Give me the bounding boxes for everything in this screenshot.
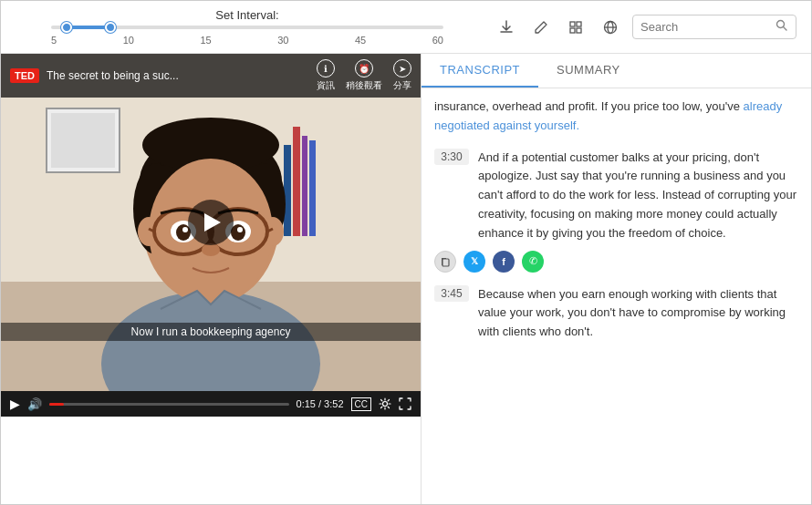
slider-thumb-right[interactable] xyxy=(105,22,116,33)
slider-mark-60: 60 xyxy=(432,35,443,46)
svg-rect-11 xyxy=(293,127,300,236)
main-content: TED The secret to being a suc... ℹ 資訊 ⏰ … xyxy=(1,54,811,504)
search-icon[interactable] xyxy=(776,19,788,35)
progress-bar[interactable] xyxy=(49,403,289,406)
svg-rect-13 xyxy=(309,140,316,236)
ctrl-icons-right: CC xyxy=(351,397,411,411)
transcript-panel: TRANSCRIPT SUMMARY insurance, overhead a… xyxy=(421,54,811,504)
slider-mark-15: 15 xyxy=(200,35,211,46)
slider-mark-45: 45 xyxy=(355,35,366,46)
svg-line-8 xyxy=(784,27,787,31)
svg-rect-16 xyxy=(51,113,115,168)
pencil-icon[interactable] xyxy=(528,15,554,40)
transcript-intro: insurance, overhead and profit. If you p… xyxy=(434,98,798,136)
top-bar: Set Interval: 5 10 15 30 45 60 xyxy=(1,1,811,54)
highlight-text-1: already negotiated against yourself. xyxy=(434,99,782,132)
entry-330-text: And if a potential customer balks at you… xyxy=(478,149,798,243)
timestamp-345[interactable]: 3:45 xyxy=(434,285,469,302)
transcript-entry-345: 3:45 Because when you earn enough workin… xyxy=(434,285,798,342)
entry-330-header: 3:30 And if a potential customer balks a… xyxy=(434,149,798,243)
slider-mark-5: 5 xyxy=(51,35,57,46)
twitter-icon[interactable]: 𝕏 xyxy=(463,251,485,273)
play-control[interactable]: ▶ xyxy=(10,397,20,411)
svg-rect-3 xyxy=(577,28,581,33)
timestamp-330[interactable]: 3:30 xyxy=(434,149,469,165)
slider-labels: 5 10 15 30 45 60 xyxy=(51,35,443,46)
settings-button[interactable] xyxy=(379,397,391,410)
slider-thumb-left[interactable] xyxy=(61,22,72,33)
video-header-icons: ℹ 資訊 ⏰ 稍後觀看 ➤ 分享 xyxy=(317,59,411,92)
tab-summary[interactable]: SUMMARY xyxy=(538,54,639,88)
globe-icon[interactable] xyxy=(598,15,623,40)
ted-logo: TED xyxy=(10,68,39,83)
entry-345-header: 3:45 Because when you earn enough workin… xyxy=(434,285,798,342)
video-header: TED The secret to being a suc... ℹ 資訊 ⏰ … xyxy=(1,54,421,98)
captions-button[interactable]: CC xyxy=(351,397,371,411)
video-controls: ▶ 🔊 0:15 / 3:52 CC xyxy=(1,391,421,417)
time-display: 0:15 / 3:52 xyxy=(297,398,344,409)
play-triangle xyxy=(204,213,221,232)
svg-rect-12 xyxy=(302,136,307,236)
whatsapp-icon[interactable]: ✆ xyxy=(522,251,544,273)
svg-rect-40 xyxy=(442,259,449,266)
fullscreen-button[interactable] xyxy=(399,397,411,410)
share-icons-330: 𝕏 f ✆ xyxy=(434,251,798,273)
video-share-icon[interactable]: ➤ 分享 xyxy=(393,59,411,92)
entry-345-text: Because when you earn enough working wit… xyxy=(478,285,798,342)
svg-point-37 xyxy=(237,227,243,232)
svg-rect-1 xyxy=(577,22,581,26)
slider-mark-30: 30 xyxy=(277,35,288,46)
transcript-entry-330: 3:30 And if a potential customer balks a… xyxy=(434,149,798,273)
video-info-icon[interactable]: ℹ 資訊 xyxy=(317,59,335,92)
tab-transcript[interactable]: TRANSCRIPT xyxy=(422,54,538,88)
video-wrapper: TED The secret to being a suc... ℹ 資訊 ⏰ … xyxy=(1,54,421,391)
slider-mark-10: 10 xyxy=(123,35,134,46)
tabs-row: TRANSCRIPT SUMMARY xyxy=(422,54,811,88)
video-watchlater-icon[interactable]: ⏰ 稍後觀看 xyxy=(346,59,382,92)
progress-fill xyxy=(49,403,64,406)
svg-point-36 xyxy=(182,227,188,232)
svg-rect-14 xyxy=(284,145,291,236)
video-panel: TED The secret to being a suc... ℹ 資訊 ⏰ … xyxy=(1,54,421,504)
download-icon[interactable] xyxy=(494,15,519,40)
interval-section: Set Interval: 5 10 15 30 45 60 xyxy=(12,8,483,46)
search-box[interactable] xyxy=(632,15,796,39)
svg-rect-0 xyxy=(570,22,575,26)
subtitle-bar: Now I run a bookkeeping agency xyxy=(1,323,421,341)
video-title: The secret to being a suc... xyxy=(47,69,179,82)
slider-track xyxy=(51,26,443,29)
layers-icon[interactable] xyxy=(563,15,588,40)
copy-icon[interactable] xyxy=(434,251,456,273)
search-input[interactable] xyxy=(640,20,772,34)
svg-point-38 xyxy=(202,243,220,256)
icon-bar xyxy=(490,15,800,40)
slider-container[interactable]: 5 10 15 30 45 60 xyxy=(51,26,443,46)
slider-fill xyxy=(67,26,109,29)
svg-rect-2 xyxy=(570,28,575,33)
transcript-content[interactable]: insurance, overhead and profit. If you p… xyxy=(422,88,811,504)
play-button[interactable] xyxy=(188,200,234,245)
facebook-icon[interactable]: f xyxy=(493,251,515,273)
interval-label: Set Interval: xyxy=(215,8,278,22)
svg-point-39 xyxy=(383,402,388,407)
volume-control[interactable]: 🔊 xyxy=(27,397,42,411)
